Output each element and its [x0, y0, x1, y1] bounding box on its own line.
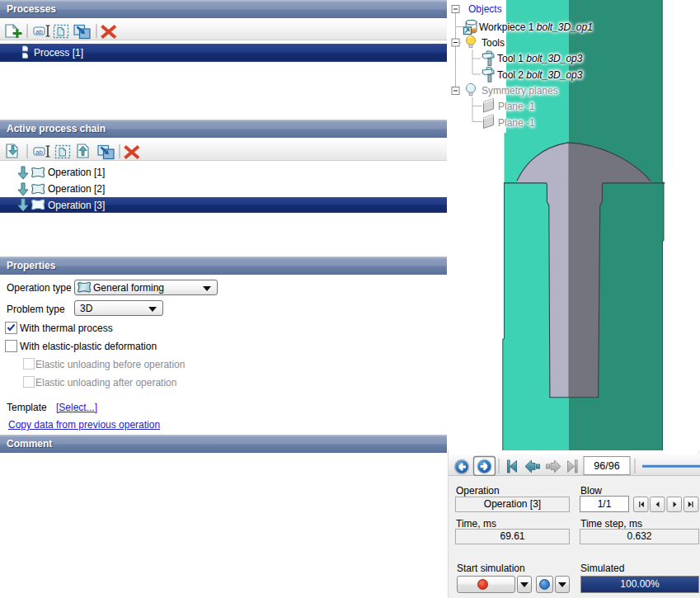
svg-text:ab: ab — [35, 148, 43, 156]
svg-text:96/96: 96/96 — [594, 460, 619, 472]
svg-text:ab: ab — [35, 28, 43, 35]
